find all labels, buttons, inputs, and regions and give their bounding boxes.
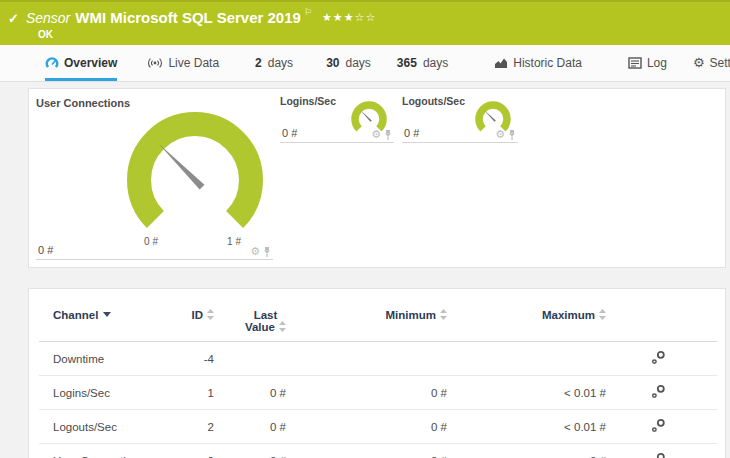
- gauge-logouts-sec: Logouts/Sec 0 # ⚙: [402, 95, 518, 143]
- sort-icon: [279, 321, 286, 332]
- channels-panel: Channel ID Last Value Minimum Maximum: [28, 288, 726, 458]
- sort-icon: [207, 309, 214, 320]
- cell-last-value: 0 #: [214, 410, 286, 444]
- cell-maximum: < 0.01 #: [447, 410, 606, 444]
- tab-historic-data[interactable]: Historic Data: [494, 45, 582, 81]
- tab-bar: Overview Live Data 2 days 30 days 365 da…: [0, 45, 730, 82]
- cell-last-value: [214, 342, 286, 376]
- cell-id: 0: [154, 444, 214, 458]
- column-label: Maximum: [542, 309, 595, 321]
- table-row[interactable]: Logouts/Sec 2 0 # 0 # < 0.01 #: [39, 410, 717, 444]
- pin-icon[interactable]: [263, 247, 271, 257]
- column-label: Channel: [53, 309, 98, 321]
- status-check-icon: ✓: [8, 11, 19, 26]
- cell-channel[interactable]: User Connections: [39, 444, 154, 458]
- tab-label: Live Data: [168, 56, 219, 70]
- column-label: ID: [192, 309, 204, 321]
- column-label: Last: [254, 309, 278, 321]
- tab-2-days[interactable]: 2 days: [255, 45, 293, 81]
- gear-icon[interactable]: ⚙: [371, 129, 381, 140]
- table-row[interactable]: Downtime -4: [39, 342, 717, 376]
- tab-day-count: 30: [326, 56, 339, 70]
- tab-live-data[interactable]: Live Data: [147, 45, 219, 81]
- sort-icon: [440, 309, 447, 320]
- tab-label: days: [268, 56, 293, 70]
- tab-label: Overview: [64, 56, 117, 70]
- gauge-scale-min: 0 #: [144, 236, 158, 247]
- tab-label: Log: [647, 56, 667, 70]
- cell-maximum: [447, 342, 606, 376]
- gauge-value: 0 #: [38, 244, 53, 256]
- gauge-value: 0 #: [282, 127, 297, 139]
- gauge-logins-sec: Logins/Sec 0 # ⚙: [280, 95, 394, 143]
- gauge-icon: [45, 56, 59, 69]
- cell-channel[interactable]: Downtime: [39, 342, 154, 376]
- live-data-icon: [147, 57, 163, 69]
- column-label: Value: [245, 321, 275, 333]
- table-row[interactable]: Logins/Sec 1 0 # 0 # < 0.01 #: [39, 376, 717, 410]
- channel-settings-icon[interactable]: [651, 350, 666, 365]
- tab-overview[interactable]: Overview: [45, 45, 117, 81]
- cell-id: 1: [154, 376, 214, 410]
- cell-maximum: < 0.01 #: [447, 376, 606, 410]
- column-label: Minimum: [386, 309, 436, 321]
- cell-channel[interactable]: Logins/Sec: [39, 376, 154, 410]
- cell-minimum: 0 #: [286, 376, 447, 410]
- cell-minimum: 0 #: [286, 410, 447, 444]
- priority-stars[interactable]: ★★★☆☆: [322, 11, 376, 24]
- pin-icon[interactable]: [384, 130, 392, 140]
- sensor-status-badge: OK: [38, 29, 53, 40]
- gauge-needle: [156, 141, 205, 190]
- cell-channel[interactable]: Logouts/Sec: [39, 410, 154, 444]
- column-header-maximum[interactable]: Maximum: [447, 289, 606, 342]
- tab-label: days: [423, 56, 448, 70]
- gear-icon[interactable]: ⚙: [495, 129, 505, 140]
- tab-label: days: [345, 56, 370, 70]
- column-header-minimum[interactable]: Minimum: [286, 289, 447, 342]
- cell-last-value: 0 #: [214, 444, 286, 458]
- column-header-channel[interactable]: Channel: [39, 289, 154, 342]
- tab-settings[interactable]: ⚙ Settings: [693, 45, 730, 81]
- column-header-id[interactable]: ID: [154, 289, 214, 342]
- tab-day-count: 2: [255, 56, 262, 70]
- tab-label: Historic Data: [513, 56, 582, 70]
- gauges-panel: User Connections 0 # 1 # 0 # ⚙ Logins/Se…: [28, 88, 726, 268]
- pin-icon[interactable]: [508, 130, 516, 140]
- tab-30-days[interactable]: 30 days: [326, 45, 371, 81]
- cell-id: 2: [154, 410, 214, 444]
- column-header-edit: [606, 289, 717, 342]
- table-row[interactable]: User Connections 0 0 # 0 # 0 #: [39, 444, 717, 458]
- tab-label: Settings: [710, 56, 730, 70]
- cell-id: -4: [154, 342, 214, 376]
- tab-log[interactable]: Log: [628, 45, 667, 81]
- sort-desc-icon: [103, 312, 111, 317]
- channel-settings-icon[interactable]: [651, 384, 666, 399]
- sensor-kind-label: Sensor: [26, 10, 70, 26]
- log-icon: [628, 57, 642, 69]
- gear-icon[interactable]: ⚙: [250, 246, 260, 257]
- gauge-user-connections: User Connections 0 # 1 # 0 # ⚙: [36, 95, 273, 260]
- historic-data-icon: [494, 57, 508, 69]
- sensor-header: ✓ Sensor WMI Microsoft SQL Server 2019 ⚐…: [0, 0, 730, 45]
- gauge-scale-max: 1 #: [227, 236, 241, 247]
- channel-settings-icon[interactable]: [651, 418, 666, 433]
- tab-day-count: 365: [397, 56, 417, 70]
- cell-minimum: [286, 342, 447, 376]
- channel-settings-icon[interactable]: [651, 452, 666, 458]
- tab-365-days[interactable]: 365 days: [397, 45, 448, 81]
- sort-icon: [599, 309, 606, 320]
- column-header-last-value[interactable]: Last Value: [214, 289, 286, 342]
- sensor-title: WMI Microsoft SQL Server 2019: [75, 9, 301, 26]
- gauge-value: 0 #: [404, 127, 419, 139]
- cell-minimum: 0 #: [286, 444, 447, 458]
- channels-table: Channel ID Last Value Minimum Maximum: [39, 289, 717, 458]
- gear-icon: ⚙: [693, 56, 705, 69]
- gauge-dial: [125, 108, 265, 248]
- flag-icon[interactable]: ⚐: [304, 7, 312, 17]
- cell-maximum: 0 #: [447, 444, 606, 458]
- cell-last-value: 0 #: [214, 376, 286, 410]
